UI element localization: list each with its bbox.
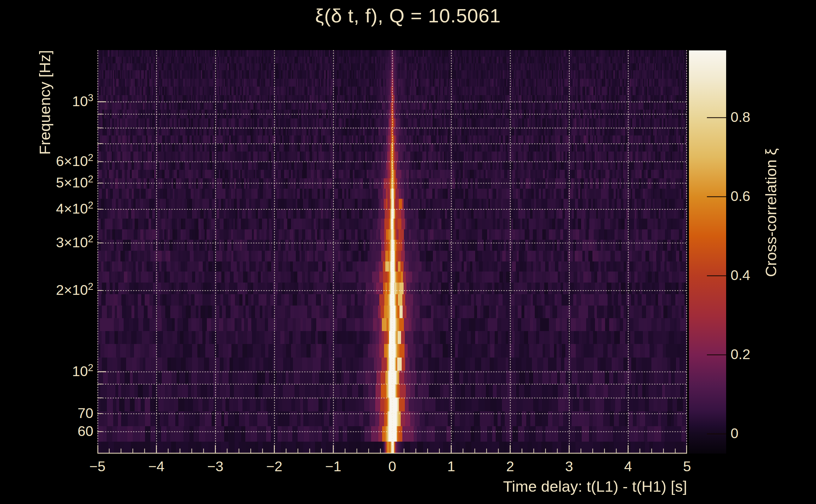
colorbar-tick (707, 117, 726, 118)
y-tick-label: 5×102 (24, 175, 93, 190)
y-tick-label: 102 (24, 364, 93, 378)
x-tick-label: −2 (252, 459, 296, 473)
colorbar-title: Cross-correlation ξ (762, 39, 781, 386)
y-tick-label: 2×102 (24, 283, 93, 297)
y-tick-label: 6×102 (24, 154, 93, 168)
colorbar-tick (707, 275, 726, 276)
y-tick-label: 60 (24, 424, 93, 438)
x-tick-label: 3 (547, 459, 591, 473)
colorbar-tick-label: 0 (731, 426, 781, 440)
colorbar-tick (707, 433, 726, 434)
y-tick-label: 3×102 (24, 235, 93, 249)
y-tick-label: 70 (24, 406, 93, 420)
colorbar (689, 50, 726, 454)
colorbar-tick (707, 354, 726, 355)
x-tick-label: 1 (429, 459, 473, 473)
x-tick-label: −1 (311, 459, 355, 473)
x-tick-label: −3 (193, 459, 238, 473)
x-tick-label: 2 (488, 459, 532, 473)
cross-correlation-figure: ξ(δ t, f), Q = 10.5061 Frequency [Hz] 10… (0, 0, 816, 504)
x-axis-title: Time delay: t(L1) - t(H1) [s] (372, 478, 687, 495)
y-tick-label: 4×102 (24, 202, 93, 216)
x-tick-label: 4 (606, 459, 650, 473)
x-tick-label: 5 (665, 459, 709, 473)
y-tick-label: 103 (24, 94, 93, 108)
x-tick-label: −5 (75, 459, 119, 473)
heatmap-plot-area (97, 50, 687, 454)
chart-title: ξ(δ t, f), Q = 10.5061 (0, 4, 816, 27)
x-tick-label: 0 (370, 459, 414, 473)
x-tick-label: −4 (134, 459, 178, 473)
colorbar-tick (707, 196, 726, 197)
heatmap-canvas (97, 50, 687, 454)
